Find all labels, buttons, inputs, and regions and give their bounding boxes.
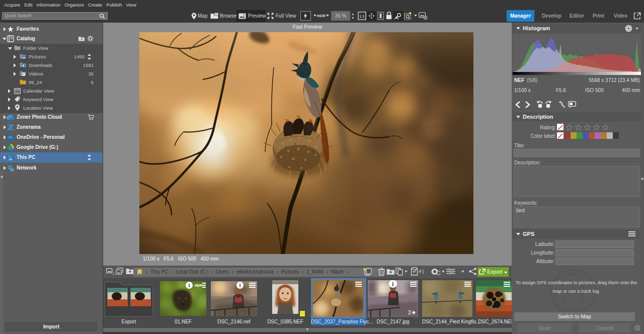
svg-text:i: i [188, 282, 190, 288]
svg-text:HDR: HDR [195, 284, 202, 287]
svg-text:i: i [239, 282, 240, 288]
svg-text:#|: #| [419, 269, 425, 275]
svg-text:2: 2 [113, 272, 114, 276]
svg-text:i: i [392, 281, 393, 288]
svg-text:2★: 2★ [408, 309, 416, 315]
svg-text:1:1: 1:1 [359, 14, 365, 19]
